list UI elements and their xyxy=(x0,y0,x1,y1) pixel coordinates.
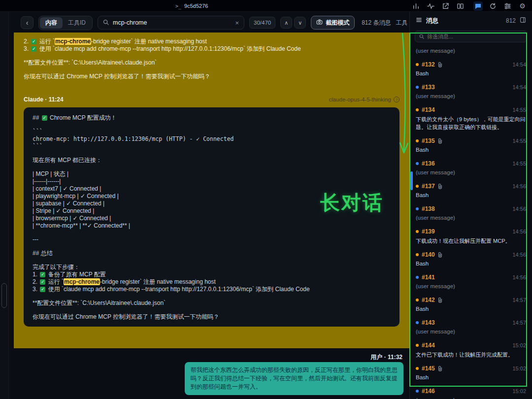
message-list-item[interactable]: #14314:57 (user message) xyxy=(416,319,526,335)
back-button[interactable]: ‹ xyxy=(21,16,33,29)
refresh-icon[interactable] xyxy=(488,1,498,11)
author-and-time: Claude · 11:24 xyxy=(24,96,64,103)
model-info-icon[interactable]: ? xyxy=(394,97,399,102)
messages-sidebar: 消息 812 (user message) #13214:54 Bash #13… xyxy=(409,12,532,399)
message-id: #132 xyxy=(422,61,435,68)
message-list-item[interactable]: #13714:56 Bash xyxy=(416,183,526,199)
sliders-icon[interactable] xyxy=(503,1,512,11)
check-icon: ✓ xyxy=(40,287,45,292)
check-icon: ✓ xyxy=(42,115,47,121)
export-icon[interactable] xyxy=(441,1,450,11)
message-id: #139 xyxy=(422,228,435,235)
window-titlebar: >_ 9c5d5276 ⚙ xyxy=(0,0,532,12)
next-match-button[interactable]: ∨ xyxy=(294,17,306,29)
card-closing: 你现在可以通过 Chrome MCP 控制浏览器了！需要我测试一下功能吗？ xyxy=(33,313,391,321)
message-id: #140 xyxy=(422,251,435,258)
scrollbar-thumb[interactable] xyxy=(410,171,413,190)
paperclip-icon xyxy=(438,252,442,258)
message-fragment: 2. ✓ 运行 `mcp-chrome-bridge register` 注册 … xyxy=(14,33,409,80)
message-time: 14:55 xyxy=(512,107,526,113)
chat-highlight-region: 2. ✓ 运行 `mcp-chrome-bridge register` 注册 … xyxy=(14,33,409,348)
bar-chart-icon[interactable] xyxy=(411,1,421,11)
sidebar-count: 812 xyxy=(506,17,516,24)
tab-tool-id[interactable]: 工具ID xyxy=(63,17,91,29)
message-id: #137 xyxy=(422,183,435,190)
message-list-item[interactable]: #13614:55 (user message) xyxy=(416,160,526,176)
fragment-closing: 你现在可以通过 Chrome MCP 控制浏览器了！需要我测试一下功能吗？ xyxy=(24,73,399,80)
clear-search-icon[interactable]: × xyxy=(235,19,239,27)
match-nav: ∧ ∨ xyxy=(280,17,306,29)
message-id: #136 xyxy=(422,160,435,167)
assistant-message-card: ## ✓ Chrome MCP 配置成功！ ``` chrome-mcp: ht… xyxy=(24,107,399,327)
card-config-path: **配置文件位置**: `C:\Users\Aitrainee\.claude.… xyxy=(33,299,391,307)
window-title: >_ 9c5d5276 xyxy=(175,0,208,12)
check-icon: ✓ xyxy=(31,46,36,52)
paperclip-icon xyxy=(438,366,442,371)
code-line: chrome-mcp: http://127.0.0.1:12306/mcp (… xyxy=(33,135,391,143)
message-id: #133 xyxy=(422,84,435,91)
check-icon: ✓ xyxy=(40,272,45,277)
search-box: × xyxy=(98,16,244,30)
paperclip-icon xyxy=(438,184,442,189)
table-row: | MCP | 状态 | xyxy=(33,170,391,178)
chat-panel: ‹ 内容 工具ID × 30/470 ∧ ∨ 截图模式 812 条消息 工具 xyxy=(0,12,409,399)
search-input[interactable] xyxy=(113,19,231,26)
message-id: #135 xyxy=(422,137,435,144)
message-list-item[interactable]: #14615:02 (user message) xyxy=(416,388,526,399)
message-id: #144 xyxy=(422,342,435,349)
status-dot xyxy=(416,63,419,66)
user-message-header: 用户 · 11:32 xyxy=(370,353,402,362)
message-time: 15:02 xyxy=(512,342,526,348)
terminal-prompt-icon: >_ xyxy=(175,3,181,9)
message-list-item[interactable]: #13914:56 下载成功！现在让我解压并配置 MCP。 xyxy=(416,228,526,245)
message-time: 14:56 xyxy=(512,206,526,212)
columns-icon[interactable] xyxy=(456,1,465,11)
collapse-panel-icon[interactable] xyxy=(520,17,526,25)
message-list: (user message) #13214:54 Bash #13314:54 … xyxy=(410,47,532,399)
tab-content[interactable]: 内容 xyxy=(40,17,63,29)
activity-icon[interactable] xyxy=(426,1,435,11)
card-text: 现在所有 MCP 都已连接： xyxy=(33,157,391,164)
message-list-item[interactable]: #14415:02 文件已下载成功！让我解压并完成配置。 xyxy=(416,342,526,359)
message-list-item[interactable]: #14214:57 Bash xyxy=(416,297,526,313)
list-icon xyxy=(416,17,422,25)
status-dot xyxy=(416,185,419,188)
titlebar-icon-row: ⚙ xyxy=(411,0,527,12)
app-root: { "topbar": { "prompt": ">_", "title": "… xyxy=(0,0,532,399)
message-list-item[interactable]: #14014:56 Bash xyxy=(416,251,526,267)
message-time: 14:57 xyxy=(512,297,526,303)
prev-match-button[interactable]: ∧ xyxy=(280,17,292,29)
message-list-item[interactable]: #13214:54 Bash xyxy=(416,61,526,77)
message-time: 14:56 xyxy=(512,183,526,189)
paperclip-icon xyxy=(438,62,442,67)
status-dot xyxy=(416,86,419,89)
table-row: | browsermcp | ✓ Connected | xyxy=(33,215,391,222)
code-fence: ``` xyxy=(33,128,391,135)
message-id: #145 xyxy=(422,365,435,372)
model-label: claude-opus-4-5-thinking ? xyxy=(329,97,399,102)
user-message-bubble: 帮我把这个东西怎么弄成功的那些失败的原因，反正写在那里，你明白我的意思吗？反正我… xyxy=(185,362,403,395)
message-list-item[interactable]: #13314:54 (user message) xyxy=(416,84,526,100)
status-dot xyxy=(416,299,419,301)
message-list-item[interactable]: (user message) xyxy=(416,47,526,55)
message-list-item[interactable]: #14114:56 (user message) xyxy=(416,274,526,290)
chat-panel-icon[interactable] xyxy=(473,1,483,11)
message-list-item[interactable]: #13814:56 (user message) xyxy=(416,205,526,222)
message-id: #141 xyxy=(422,274,435,281)
rail-scroll-handle[interactable] xyxy=(1,283,7,308)
table-row: | **chrome-mcp** | **✓ Connected** | xyxy=(33,222,391,230)
tools-filter-label[interactable]: 工具 xyxy=(396,19,408,27)
message-list-item[interactable]: #14515:02 Bash xyxy=(416,365,526,381)
card-step2: 2. ✓ 运行 `mcp-chrome-bridge register` 注册 … xyxy=(33,278,391,286)
screenshot-mode-button[interactable]: 截图模式 xyxy=(311,16,355,30)
status-dot xyxy=(416,321,419,324)
message-time: 14:54 xyxy=(512,84,526,90)
message-id: #143 xyxy=(422,319,435,326)
status-dot xyxy=(416,367,419,370)
status-dot xyxy=(416,276,419,279)
message-list-item[interactable]: #13514:55 Bash xyxy=(416,137,526,154)
gear-icon[interactable]: ⚙ xyxy=(518,1,527,11)
message-list-item[interactable]: #13414:55 下载的文件太小（9 bytes），可能是重定向问题。让我直接… xyxy=(416,106,526,131)
filter-input[interactable] xyxy=(427,33,523,39)
message-time: 14:54 xyxy=(512,62,526,67)
